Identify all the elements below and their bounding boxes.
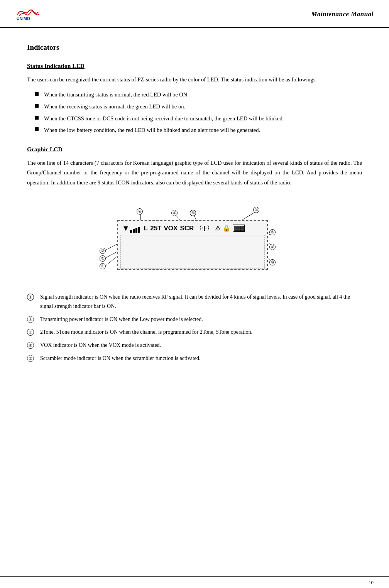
lcd-text-dots: 〈·|·〉 [196, 225, 213, 232]
lcd-icon-lock: 🔒 [223, 225, 230, 232]
lcd-text-l: L [144, 225, 148, 232]
callout-3: ③ [100, 247, 106, 254]
item-num-5: ⑤ [27, 355, 34, 362]
lcd-bottom-row [120, 235, 265, 269]
item-num-1: ① [27, 294, 34, 301]
item-num-4: ④ [27, 342, 34, 349]
section-title: Indicators [27, 43, 362, 52]
led-intro-text: The users can be recognized the current … [27, 75, 362, 84]
callout-6: ⑥ [190, 209, 196, 216]
bar-4 [138, 227, 140, 233]
lcd-items-list: ① Signal strength indicator is ON when t… [27, 292, 362, 363]
page-footer: 10 [0, 576, 389, 588]
bar-2 [133, 229, 135, 233]
bar-1 [130, 230, 132, 233]
signal-bars [130, 227, 140, 233]
callout-1: ① [100, 262, 106, 269]
callout-9: ⑨ [269, 243, 276, 250]
list-item: When the CTCSS tone or DCS code is not b… [27, 114, 362, 123]
list-item: When the transmitting status is normal, … [27, 90, 362, 100]
bullet-icon [35, 127, 39, 131]
main-content: Indicators Status Indication LED The use… [0, 28, 389, 386]
lcd-text-scr: SCR [180, 225, 194, 232]
lcd-text-vox: VOX [164, 225, 178, 232]
callout-7: ⑦ [253, 206, 259, 213]
lcd-intro-text: The one line of 14 characters (7 charact… [27, 158, 362, 188]
callout-10: ⑩ [269, 259, 276, 265]
item-num-2: ② [27, 316, 34, 323]
list-item-3: ③ 2Tone, 5Tone mode indicator is ON when… [27, 328, 362, 337]
header-title: Maintenance Manual [311, 10, 374, 18]
lcd-screen: ▼ L 25T VOX SCR 〈·|·〉 ⚠ 🔒 [117, 220, 268, 270]
bullet-icon [35, 92, 39, 96]
page-number: 10 [369, 580, 374, 586]
subsection-title-lcd: Graphic LCD [27, 146, 362, 153]
bullet-icon [35, 104, 39, 108]
led-bullet-list: When the transmitting status is normal, … [27, 90, 362, 135]
callout-5: ⑤ [171, 209, 178, 216]
lcd-diagram: ① ② ③ ④ ⑤ ⑥ ⑦ ⑧ ⑨ ⑩ ▼ [94, 197, 295, 282]
callout-4: ④ [137, 208, 143, 215]
bullet-icon [35, 116, 39, 120]
list-item-1: ① Signal strength indicator is ON when t… [27, 292, 362, 311]
list-item: When the low battery condition, the red … [27, 125, 362, 135]
subsection-title-led: Status Indication LED [27, 63, 362, 69]
lcd-icon-battery: ▓▓▓ [233, 225, 245, 232]
lcd-icon-alert: ⚠ [215, 225, 220, 232]
item-num-3: ③ [27, 329, 34, 336]
bar-3 [135, 228, 137, 233]
callout-8: ⑧ [269, 228, 276, 235]
lcd-diagram-area: ① ② ③ ④ ⑤ ⑥ ⑦ ⑧ ⑨ ⑩ ▼ [27, 197, 362, 282]
svg-text:UNIMO: UNIMO [17, 16, 30, 21]
signal-bars-icon: ▼ [122, 224, 141, 233]
list-item-4: ④ VOX indicator is ON when the VOX mode … [27, 341, 362, 350]
list-item-2: ② Transmitting power indicator is ON whe… [27, 315, 362, 324]
list-item-5: ⑤ Scrambler mode indicator is ON when th… [27, 354, 362, 363]
unimo-logo: UNIMO [15, 5, 42, 23]
list-item: When the receiving status is normal, the… [27, 102, 362, 112]
lcd-top-row: ▼ L 25T VOX SCR 〈·|·〉 ⚠ 🔒 [118, 221, 267, 234]
callout-2: ② [100, 255, 106, 262]
lcd-text-25t: 25T [150, 225, 161, 232]
page-header: UNIMO Maintenance Manual [0, 0, 389, 28]
